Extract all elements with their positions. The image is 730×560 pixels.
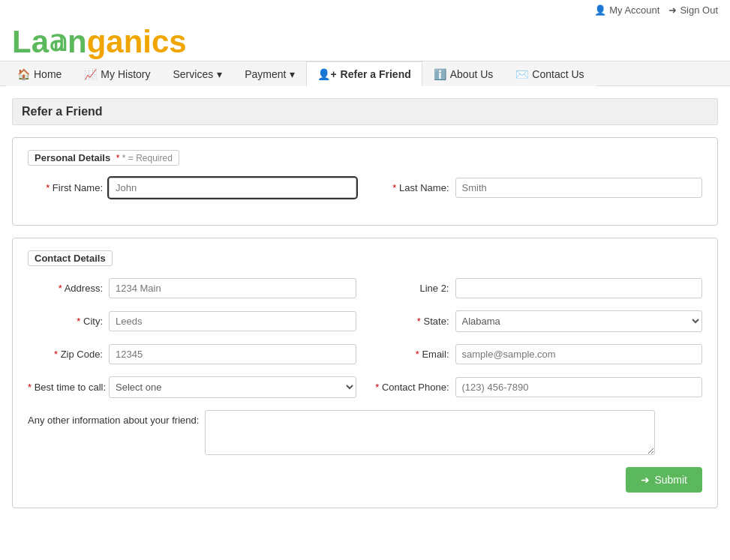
refer-icon: 👤+ (317, 68, 336, 80)
contact-phone-input[interactable] (455, 377, 703, 397)
submit-row: ➜ Submit (28, 467, 702, 493)
state-select[interactable]: AlabamaAlaskaArizonaArkansasCaliforniaCo… (455, 310, 703, 332)
tab-services[interactable]: Services ▾ (161, 61, 233, 86)
last-name-input[interactable] (455, 178, 703, 198)
sign-out-link[interactable]: ➜ Sign Out (668, 4, 718, 16)
contact-phone-group: * Contact Phone: (374, 377, 703, 397)
history-icon: 📈 (84, 68, 97, 80)
address-group: * Address: (28, 278, 356, 298)
other-info-label: Any other information about your friend: (28, 410, 205, 426)
logo-lawn: La (12, 24, 49, 59)
contact-details-section: Contact Details * Address: Line 2: * Cit… (12, 238, 718, 508)
address-input[interactable] (109, 278, 356, 298)
besttime-phone-row: * Best time to call: Select oneMorningAf… (28, 376, 702, 398)
sign-out-icon: ➜ (668, 4, 677, 16)
personal-details-section: Personal Details * * = Required * First … (12, 137, 718, 226)
payment-dropdown-icon: ▾ (290, 68, 295, 80)
about-icon: ℹ️ (434, 68, 446, 80)
first-name-group: * First Name: (28, 178, 356, 198)
city-input[interactable] (109, 311, 356, 331)
first-name-label: * First Name: (28, 182, 103, 193)
tab-payment[interactable]: Payment ▾ (233, 61, 306, 86)
line2-group: Line 2: (374, 278, 703, 298)
tab-my-history[interactable]: 📈 My History (73, 61, 161, 86)
zip-group: * Zip Code: (28, 344, 356, 364)
besttime-label: * Best time to call: (28, 382, 103, 393)
email-label: * Email: (374, 349, 449, 360)
personal-details-legend: Personal Details * * = Required (28, 150, 179, 166)
city-state-row: * City: * State: AlabamaAlaskaArizonaArk… (28, 310, 702, 332)
submit-button[interactable]: ➜ Submit (626, 467, 702, 493)
email-input[interactable] (455, 344, 703, 364)
address-row: * Address: Line 2: (28, 278, 702, 298)
contact-details-legend: Contact Details (28, 250, 113, 266)
zip-email-row: * Zip Code: * Email: (28, 344, 702, 364)
zip-label: * Zip Code: (28, 349, 103, 360)
state-group: * State: AlabamaAlaskaArizonaArkansasCal… (374, 310, 703, 332)
home-icon: 🏠 (17, 68, 30, 80)
other-info-row: Any other information about your friend: (28, 410, 702, 455)
address-label: * Address: (28, 283, 103, 294)
content: Refer a Friend Personal Details * * = Re… (0, 86, 730, 532)
services-dropdown-icon: ▾ (217, 68, 222, 80)
nav: 🏠 Home 📈 My History Services ▾ Payment ▾… (0, 61, 730, 86)
logo-n: n (68, 24, 87, 59)
other-info-textarea[interactable] (205, 410, 655, 455)
logo: La𝕒nganics (12, 26, 718, 58)
state-label: * State: (374, 316, 449, 327)
city-group: * City: (28, 311, 356, 331)
zip-input[interactable] (109, 344, 356, 364)
line2-label: Line 2: (374, 283, 449, 294)
personal-details-row: * First Name: * Last Name: (28, 178, 702, 198)
logo-w: 𝕒 (49, 25, 68, 57)
tab-contact-us[interactable]: ✉️ Contact Us (504, 61, 595, 86)
first-name-input[interactable] (109, 178, 356, 198)
logo-bar: La𝕒nganics (0, 20, 730, 61)
city-label: * City: (28, 316, 103, 327)
my-account-link[interactable]: 👤 My Account (594, 4, 659, 16)
required-note: * * = Required (116, 153, 173, 163)
contact-phone-label: * Contact Phone: (374, 382, 449, 393)
tab-about-us[interactable]: ℹ️ About Us (422, 61, 505, 86)
last-name-group: * Last Name: (374, 178, 703, 198)
header: 👤 My Account ➜ Sign Out (0, 0, 730, 20)
logo-ganics: ganics (87, 24, 187, 59)
line2-input[interactable] (455, 278, 703, 298)
page-title: Refer a Friend (12, 98, 718, 125)
email-group: * Email: (374, 344, 703, 364)
user-icon: 👤 (594, 4, 606, 16)
tab-home[interactable]: 🏠 Home (6, 61, 73, 86)
contact-icon: ✉️ (515, 68, 528, 80)
besttime-group: * Best time to call: Select oneMorningAf… (28, 376, 356, 398)
besttime-select[interactable]: Select oneMorningAfternoonEvening (109, 376, 356, 398)
arrow-icon: ➜ (641, 474, 650, 486)
tab-refer-a-friend[interactable]: 👤+ Refer a Friend (306, 61, 422, 86)
last-name-label: * Last Name: (374, 182, 449, 193)
